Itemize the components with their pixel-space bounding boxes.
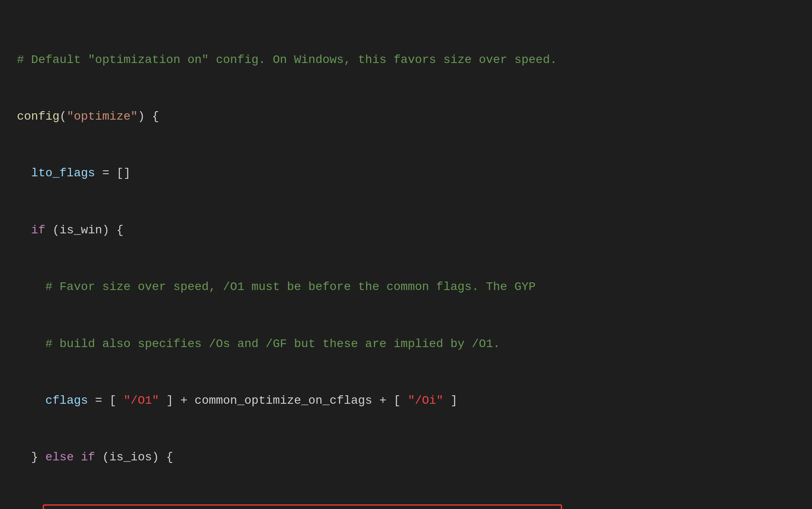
line-comment-1: # Default "optimization on" config. On W… — [17, 51, 795, 70]
line-comment-2: # Favor size over speed, /O1 must be bef… — [17, 278, 795, 297]
highlighted-code-line: cflags = [ "-Os" ] + common_optimize_on_… — [43, 504, 562, 509]
line-comment-3: # build also specifies /Os and /GF but t… — [17, 335, 795, 354]
code-editor: # Default "optimization on" config. On W… — [17, 13, 795, 509]
line-cflags-win: cflags = [ "/O1" ] + common_optimize_on_… — [17, 391, 795, 410]
line-lto-flags: lto_flags = [] — [17, 164, 795, 183]
line-cflags-ios-highlighted: cflags = [ "-Os" ] + common_optimize_on_… — [17, 505, 795, 509]
line-if-win: if (is_win) { — [17, 221, 795, 240]
line-else-if-ios: } else if (is_ios) { — [17, 448, 795, 467]
line-config: config("optimize") { — [17, 107, 795, 126]
